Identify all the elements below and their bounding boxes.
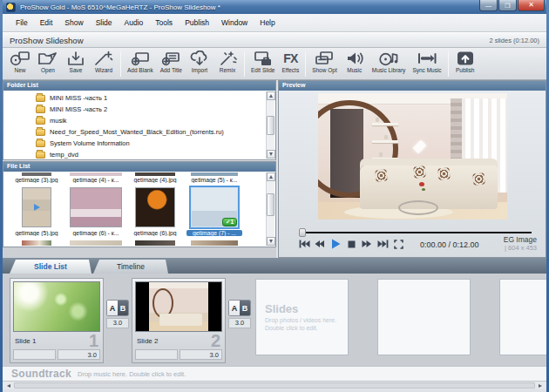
add-blank-button[interactable]: Add Blank bbox=[124, 51, 157, 73]
music-button[interactable]: Music bbox=[341, 51, 369, 73]
scrollbar-thumb[interactable] bbox=[267, 116, 274, 135]
menu-item-window[interactable]: Window bbox=[215, 15, 254, 30]
empty-slide-placeholder[interactable] bbox=[377, 279, 471, 355]
transition-duration[interactable]: 3.0 bbox=[106, 318, 129, 328]
window-title: ProShow Gold - MoS 6510^MeGaHeRTZ - ProS… bbox=[20, 3, 220, 11]
slide-option-box[interactable] bbox=[135, 349, 178, 360]
empty-slide-placeholder[interactable] bbox=[499, 279, 546, 355]
slide-2[interactable]: Slide 2 2 3.0 bbox=[132, 278, 226, 363]
slide-duration[interactable]: 3.0 bbox=[58, 349, 100, 360]
scroll-up-icon[interactable] bbox=[267, 172, 275, 181]
file-thumbnail[interactable] bbox=[22, 187, 51, 227]
horizontal-scrollbar[interactable] bbox=[3, 381, 546, 389]
folder-item[interactable]: musik bbox=[3, 115, 266, 126]
menu-item-edit[interactable]: Edit bbox=[34, 15, 59, 30]
scroll-down-icon[interactable] bbox=[267, 237, 275, 246]
skip-start-button[interactable] bbox=[298, 239, 310, 249]
save-show-button[interactable]: Save bbox=[62, 51, 90, 73]
file-thumbnail[interactable] bbox=[135, 240, 175, 246]
transition-button[interactable]: A B bbox=[106, 300, 129, 316]
toolbar-separator bbox=[120, 51, 121, 77]
seek-track[interactable] bbox=[300, 232, 532, 233]
menu-item-help[interactable]: Help bbox=[254, 15, 281, 30]
sync-music-button[interactable]: Sync Music bbox=[409, 51, 444, 73]
file-label[interactable]: getimage (4) - к... bbox=[68, 177, 124, 183]
titlebar[interactable]: ProShow Gold - MoS 6510^MeGaHeRTZ - ProS… bbox=[3, 0, 546, 14]
folder-label: Need_for_Speed_Most_Wanted_Black_Edition… bbox=[50, 128, 224, 136]
transition-button[interactable]: A B bbox=[228, 300, 251, 316]
file-label[interactable]: getimage (5) - к... bbox=[186, 177, 242, 183]
seek-handle[interactable] bbox=[299, 228, 306, 237]
file-thumbnail[interactable] bbox=[22, 172, 51, 176]
folder-list-scrollbar[interactable] bbox=[266, 91, 274, 159]
file-thumbnail[interactable] bbox=[22, 240, 51, 246]
folder-item[interactable]: System Volume Information bbox=[3, 138, 266, 149]
minimize-button[interactable]: — bbox=[479, 0, 498, 11]
maximize-button[interactable]: ❐ bbox=[498, 0, 517, 11]
file-thumbnail-selected[interactable]: ✓1 bbox=[189, 186, 240, 229]
menu-item-slide[interactable]: Slide bbox=[90, 15, 119, 30]
file-label[interactable]: getimage (6) - к... bbox=[68, 230, 124, 236]
menu-item-tools[interactable]: Tools bbox=[149, 15, 179, 30]
slide-option-box[interactable] bbox=[13, 349, 56, 360]
file-thumbnail[interactable] bbox=[70, 240, 122, 246]
fast-forward-button[interactable] bbox=[361, 239, 373, 249]
add-title-button[interactable]: Add Title bbox=[157, 51, 186, 73]
file-thumbnail[interactable] bbox=[191, 172, 238, 176]
menu-item-show[interactable]: Show bbox=[58, 15, 89, 30]
fullscreen-button[interactable] bbox=[392, 239, 404, 249]
file-label[interactable]: getimage (5).jpg bbox=[9, 230, 64, 236]
file-label-selected[interactable]: getimage (7) - ... bbox=[186, 230, 242, 236]
file-thumbnail[interactable] bbox=[70, 172, 122, 176]
seek-bar[interactable] bbox=[300, 228, 532, 239]
scrollbar-thumb[interactable] bbox=[14, 382, 535, 389]
wizard-button[interactable]: Wizard bbox=[90, 51, 118, 73]
transition-duration[interactable]: 3.0 bbox=[228, 318, 251, 328]
file-list-scrollbar[interactable] bbox=[266, 172, 274, 246]
scroll-up-icon[interactable] bbox=[267, 91, 275, 100]
tab-slide-list[interactable]: Slide List bbox=[10, 260, 92, 274]
skip-end-button[interactable] bbox=[376, 239, 389, 249]
scroll-right-icon[interactable] bbox=[536, 382, 545, 389]
stop-button[interactable] bbox=[345, 239, 357, 249]
folder-item[interactable]: MINI MISS -часть 1 bbox=[3, 92, 266, 104]
soundtrack-bar[interactable]: Soundtrack Drop music here. Double click… bbox=[3, 366, 546, 381]
import-button[interactable]: Import bbox=[186, 51, 214, 73]
close-button[interactable]: ✕ bbox=[518, 0, 545, 11]
menu-item-audio[interactable]: Audio bbox=[119, 15, 150, 30]
scroll-left-icon[interactable] bbox=[4, 382, 13, 389]
file-thumbnail[interactable] bbox=[135, 187, 175, 227]
tab-timeline[interactable]: Timeline bbox=[93, 260, 168, 274]
effects-button[interactable]: FX Effects bbox=[278, 51, 302, 73]
publish-button[interactable]: Publish bbox=[451, 51, 479, 73]
slide-1-thumbnail[interactable] bbox=[13, 281, 100, 332]
slide-duration[interactable]: 3.0 bbox=[180, 349, 222, 360]
file-thumbnail[interactable] bbox=[70, 187, 122, 227]
music-library-button[interactable]: Music Library bbox=[369, 51, 410, 73]
play-button[interactable] bbox=[329, 239, 342, 249]
rewind-button[interactable] bbox=[314, 239, 326, 249]
scroll-down-icon[interactable] bbox=[267, 150, 275, 159]
remix-button[interactable]: Remix bbox=[214, 51, 241, 73]
folder-item[interactable]: MINI MISS -часть 2 bbox=[3, 104, 266, 115]
edit-slide-button[interactable]: Edit Slide bbox=[247, 51, 278, 73]
slide-1[interactable]: Slide 1 1 3.0 bbox=[10, 278, 104, 363]
show-options-button[interactable]: Show Opt bbox=[308, 51, 341, 73]
app-icon bbox=[6, 3, 16, 12]
add-blank-icon bbox=[130, 51, 151, 66]
new-show-button[interactable]: New bbox=[6, 51, 34, 73]
menu-item-publish[interactable]: Publish bbox=[179, 15, 215, 30]
folder-item[interactable]: temp_dvd bbox=[3, 149, 266, 159]
toolbar-label: Sync Music bbox=[412, 67, 441, 73]
slide-2-thumbnail[interactable] bbox=[135, 281, 222, 332]
menu-item-file[interactable]: File bbox=[10, 15, 34, 30]
file-label[interactable]: getimage (4).jpg bbox=[127, 177, 183, 183]
file-thumbnail[interactable] bbox=[191, 240, 238, 246]
open-show-button[interactable]: Open bbox=[34, 51, 62, 73]
folder-item[interactable]: Need_for_Speed_Most_Wanted_Black_Edition… bbox=[3, 126, 266, 138]
file-label[interactable]: getimage (3).jpg bbox=[9, 177, 64, 183]
file-thumbnail[interactable] bbox=[135, 172, 175, 176]
scrollbar-thumb[interactable] bbox=[267, 193, 274, 216]
empty-slide-placeholder[interactable]: Slides Drop photos / videos here. Double… bbox=[255, 279, 349, 355]
file-label[interactable]: getimage (6).jpg bbox=[127, 230, 183, 236]
